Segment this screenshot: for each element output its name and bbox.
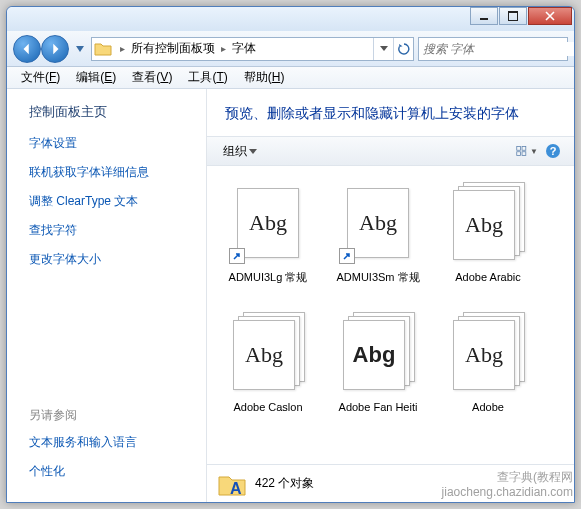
shortcut-overlay-icon: [339, 248, 355, 264]
sidebar-item-cleartype[interactable]: 调整 ClearType 文本: [29, 193, 196, 210]
font-item[interactable]: Abg Adobe: [433, 308, 543, 438]
search-input[interactable]: [423, 42, 574, 56]
sidebar-item-personalize[interactable]: 个性化: [29, 463, 196, 480]
font-label: Adobe: [472, 400, 504, 414]
main-content: 预览、删除或者显示和隐藏计算机上安装的字体 组织 ▼ ?: [207, 89, 574, 502]
see-also-heading: 另请参阅: [29, 407, 196, 424]
status-bar: A 422 个对象: [207, 464, 574, 502]
close-button[interactable]: [528, 7, 572, 25]
refresh-button[interactable]: [393, 38, 413, 60]
minimize-button[interactable]: [470, 7, 498, 25]
chevron-down-icon: [249, 149, 257, 154]
font-label: Adobe Fan Heiti: [339, 400, 418, 414]
folder-icon: [94, 41, 112, 57]
font-grid: Abg ADMUI3Lg 常规 Abg ADMUI3Sm 常规 Abg: [207, 166, 574, 464]
forward-button[interactable]: [41, 35, 69, 63]
search-box[interactable]: [418, 37, 568, 61]
sidebar-item-font-settings[interactable]: 字体设置: [29, 135, 196, 152]
menu-help[interactable]: 帮助(H): [236, 67, 293, 88]
nav-bar: ▸ 所有控制面板项 ▸ 字体: [7, 31, 574, 67]
page-title: 预览、删除或者显示和隐藏计算机上安装的字体: [207, 89, 574, 136]
breadcrumb-fonts[interactable]: 字体: [230, 40, 258, 57]
menu-file[interactable]: 文件(F): [13, 67, 68, 88]
shortcut-overlay-icon: [229, 248, 245, 264]
font-item[interactable]: Abg Adobe Arabic: [433, 178, 543, 308]
svg-rect-2: [522, 146, 526, 150]
breadcrumb-all-items[interactable]: 所有控制面板项: [129, 40, 217, 57]
sidebar-heading: 控制面板主页: [29, 103, 196, 121]
title-bar: [7, 7, 574, 31]
toolbar: 组织 ▼ ?: [207, 136, 574, 166]
font-label: Adobe Arabic: [455, 270, 520, 284]
sidebar-item-font-size[interactable]: 更改字体大小: [29, 251, 196, 268]
font-label: ADMUI3Lg 常规: [229, 270, 308, 284]
sidebar-item-online-details[interactable]: 联机获取字体详细信息: [29, 164, 196, 181]
font-item[interactable]: Abg ADMUI3Lg 常规: [213, 178, 323, 308]
menu-tools[interactable]: 工具(T): [180, 67, 235, 88]
address-bar[interactable]: ▸ 所有控制面板项 ▸ 字体: [91, 37, 414, 61]
menu-edit[interactable]: 编辑(E): [68, 67, 124, 88]
chevron-right-icon: ▸: [116, 43, 129, 54]
view-options-button[interactable]: ▼: [516, 140, 538, 162]
sidebar-item-find-char[interactable]: 查找字符: [29, 222, 196, 239]
svg-rect-1: [517, 146, 521, 150]
address-dropdown[interactable]: [373, 38, 393, 60]
chevron-down-icon: ▼: [530, 147, 538, 156]
fonts-folder-icon: A: [217, 469, 247, 499]
explorer-window: ▸ 所有控制面板项 ▸ 字体 文件(F) 编辑(E) 查看(V) 工具(T) 帮…: [6, 6, 575, 503]
font-item[interactable]: Abg ADMUI3Sm 常规: [323, 178, 433, 308]
svg-text:A: A: [230, 480, 242, 497]
svg-rect-4: [522, 152, 526, 156]
back-button[interactable]: [13, 35, 41, 63]
help-button[interactable]: ?: [542, 140, 564, 162]
history-dropdown[interactable]: [73, 46, 87, 52]
font-item[interactable]: Abg Adobe Caslon: [213, 308, 323, 438]
maximize-button[interactable]: [499, 7, 527, 25]
chevron-right-icon: ▸: [217, 43, 230, 54]
sidebar: 控制面板主页 字体设置 联机获取字体详细信息 调整 ClearType 文本 查…: [7, 89, 207, 502]
organize-button[interactable]: 组织: [217, 141, 263, 162]
font-item[interactable]: Abg Adobe Fan Heiti: [323, 308, 433, 438]
menu-bar: 文件(F) 编辑(E) 查看(V) 工具(T) 帮助(H): [7, 67, 574, 89]
svg-text:?: ?: [550, 145, 557, 157]
font-label: ADMUI3Sm 常规: [336, 270, 419, 284]
font-label: Adobe Caslon: [233, 400, 302, 414]
svg-rect-3: [517, 152, 521, 156]
sidebar-item-text-services[interactable]: 文本服务和输入语言: [29, 434, 196, 451]
status-text: 422 个对象: [255, 475, 314, 492]
menu-view[interactable]: 查看(V): [124, 67, 180, 88]
